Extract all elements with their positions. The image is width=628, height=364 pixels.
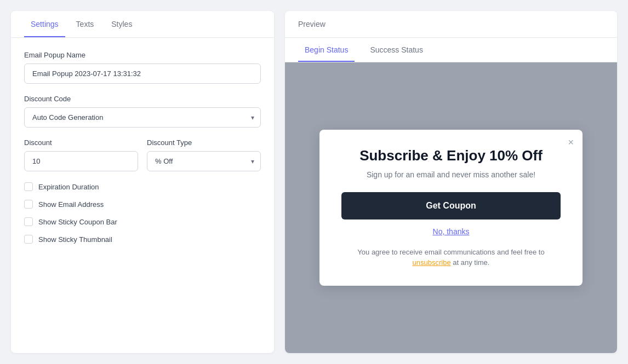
no-thanks-link[interactable]: No, thanks — [341, 227, 561, 236]
email-popup-name-label: Email Popup Name — [24, 51, 261, 59]
popup-subtitle: Sign up for an email and never miss anot… — [341, 170, 561, 179]
tab-settings[interactable]: Settings — [24, 11, 65, 37]
show-sticky-thumbnail-label: Show Sticky Thumbnail — [38, 235, 112, 244]
right-panel: Preview Begin Status Success Status × Su… — [285, 11, 617, 353]
discount-code-select-wrapper: Auto Code Generation Manual Code ▾ — [24, 107, 261, 128]
left-content: Email Popup Name Discount Code Auto Code… — [11, 38, 274, 353]
discount-type-select-wrapper: % Off $ Off Free Shipping ▾ — [147, 151, 261, 171]
popup-close-icon[interactable]: × — [568, 137, 574, 147]
discount-row: Discount Discount Type % Off $ Off Free … — [24, 138, 261, 171]
preview-canvas: × Subscribe & Enjoy 10% Off Sign up for … — [285, 62, 617, 353]
expiration-duration-checkbox[interactable] — [24, 182, 33, 191]
left-tabs: Settings Texts Styles — [11, 11, 274, 38]
show-sticky-coupon-bar-checkbox[interactable] — [24, 217, 33, 226]
show-email-address-label: Show Email Address — [38, 200, 104, 209]
popup-title: Subscribe & Enjoy 10% Off — [341, 147, 561, 164]
discount-code-select[interactable]: Auto Code Generation Manual Code — [24, 107, 261, 128]
discount-code-label: Discount Code — [24, 95, 261, 103]
preview-tabs: Begin Status Success Status — [285, 38, 617, 62]
tab-texts[interactable]: Texts — [70, 11, 101, 37]
discount-type-select[interactable]: % Off $ Off Free Shipping — [147, 151, 261, 171]
checkbox-expiration: Expiration Duration — [24, 182, 261, 191]
show-sticky-coupon-bar-label: Show Sticky Coupon Bar — [38, 218, 117, 226]
discount-label: Discount — [24, 138, 138, 147]
tab-begin-status[interactable]: Begin Status — [298, 38, 355, 62]
tab-styles[interactable]: Styles — [105, 11, 139, 37]
get-coupon-button[interactable]: Get Coupon — [341, 192, 561, 219]
discount-input[interactable] — [24, 151, 138, 171]
email-popup-name-input[interactable] — [24, 63, 261, 84]
checkbox-show-email: Show Email Address — [24, 200, 261, 209]
discount-type-col: Discount Type % Off $ Off Free Shipping … — [147, 138, 261, 171]
popup-agree-text: You agree to receive email communication… — [341, 247, 561, 268]
popup-modal: × Subscribe & Enjoy 10% Off Sign up for … — [319, 130, 583, 285]
left-panel: Settings Texts Styles Email Popup Name D… — [11, 11, 274, 353]
discount-type-label: Discount Type — [147, 138, 261, 147]
discount-col: Discount — [24, 138, 138, 171]
unsubscribe-link[interactable]: unsubscribe — [413, 258, 451, 267]
checkbox-sticky-coupon: Show Sticky Coupon Bar — [24, 217, 261, 226]
checkbox-sticky-thumbnail: Show Sticky Thumbnail — [24, 235, 261, 244]
show-email-address-checkbox[interactable] — [24, 200, 33, 209]
tab-success-status[interactable]: Success Status — [363, 38, 430, 62]
show-sticky-thumbnail-checkbox[interactable] — [24, 235, 33, 244]
expiration-duration-label: Expiration Duration — [38, 183, 99, 191]
email-popup-name-group: Email Popup Name — [24, 51, 261, 84]
discount-code-group: Discount Code Auto Code Generation Manua… — [24, 95, 261, 128]
preview-header: Preview — [285, 11, 617, 38]
